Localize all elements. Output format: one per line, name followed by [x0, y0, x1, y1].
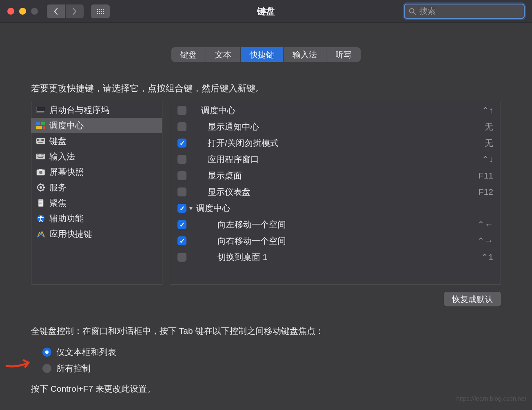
checkbox[interactable] [177, 106, 186, 115]
shortcut-row[interactable]: 向左移动一个空间⌃← [170, 216, 501, 233]
checkbox[interactable] [177, 155, 186, 164]
svg-rect-17 [40, 140, 40, 141]
svg-rect-35 [38, 157, 43, 158]
forward-button[interactable] [66, 4, 84, 18]
back-button[interactable] [47, 4, 65, 18]
shortcut-row[interactable]: 切换到桌面 1⌃1 [170, 249, 501, 265]
category-item[interactable]: 服务 [31, 180, 162, 195]
tab-2[interactable]: 快捷键 [241, 47, 284, 62]
svg-rect-23 [37, 154, 38, 155]
search-input[interactable] [419, 7, 523, 16]
shortcut-row[interactable]: 向右移动一个空间⌃→ [170, 233, 501, 249]
shortcut-key: 无 [485, 137, 493, 149]
checkbox[interactable] [177, 236, 186, 245]
checkbox[interactable] [177, 171, 186, 180]
svg-rect-51 [39, 202, 42, 203]
category-item[interactable]: 键盘 [31, 133, 162, 149]
shortcut-row[interactable]: 调度中心⌃↑ [170, 102, 501, 119]
show-all-button[interactable] [91, 4, 110, 18]
radio-option[interactable]: 仅文本框和列表 [42, 344, 532, 360]
shortcut-key: ⌃↓ [482, 154, 494, 164]
shortcut-row[interactable]: 应用程序窗口⌃↓ [170, 151, 501, 168]
shortcut-label: 调度中心 [196, 203, 493, 214]
shortcut-key: ⌃← [477, 220, 493, 229]
category-label: 键盘 [49, 135, 66, 147]
category-item[interactable]: 启动台与程序坞 [31, 102, 162, 118]
category-item[interactable]: 屏幕快照 [31, 164, 162, 180]
radio-button[interactable] [42, 348, 51, 357]
shortcut-label: 显示仪表盘 [208, 186, 479, 198]
tab-1[interactable]: 文本 [206, 47, 241, 62]
shortcut-label: 应用程序窗口 [208, 154, 482, 165]
keyboard-icon [36, 137, 45, 145]
svg-rect-16 [38, 140, 39, 141]
svg-rect-5 [41, 122, 45, 125]
svg-rect-11 [40, 139, 40, 140]
full-keyboard-text: 全键盘控制：在窗口和对话框中，按下 Tab 键在以下控制之间移动键盘焦点： [31, 325, 532, 337]
radio-button[interactable] [42, 364, 51, 373]
svg-rect-31 [40, 156, 40, 157]
svg-point-40 [40, 186, 42, 189]
nav-buttons [47, 4, 84, 18]
radio-group: 仅文本框和列表所有控制 [0, 344, 532, 377]
tab-row: 键盘文本快捷键输入法听写 [0, 47, 532, 62]
svg-rect-34 [43, 156, 44, 157]
spotlight-icon [36, 199, 45, 207]
svg-rect-52 [39, 203, 42, 204]
tab-3[interactable]: 输入法 [284, 47, 326, 62]
checkbox[interactable] [177, 220, 186, 229]
shortcut-row[interactable]: 显示通知中心无 [170, 119, 501, 135]
svg-rect-19 [42, 140, 43, 141]
shortcut-key: F12 [479, 187, 493, 197]
category-item[interactable]: 应用快捷键 [31, 226, 162, 242]
svg-rect-7 [43, 126, 45, 129]
shortcut-row[interactable]: 打开/关闭勿扰模式无 [170, 135, 501, 151]
checkbox[interactable] [177, 187, 186, 196]
close-button[interactable] [7, 8, 14, 15]
shortcut-key: 无 [485, 121, 493, 132]
launchpad-icon [36, 106, 45, 114]
svg-rect-29 [37, 156, 38, 157]
restore-row: 恢复成默认 [0, 284, 532, 306]
radio-label: 所有控制 [56, 363, 91, 374]
restore-defaults-button[interactable]: 恢复成默认 [444, 292, 501, 306]
category-item[interactable]: 调度中心 [31, 118, 162, 133]
shortcut-panel: 调度中心⌃↑显示通知中心无打开/关闭勿扰模式无应用程序窗口⌃↓显示桌面F11显示… [170, 102, 501, 284]
radio-label: 仅文本框和列表 [56, 346, 116, 358]
svg-line-1 [414, 12, 416, 14]
svg-rect-3 [37, 111, 44, 112]
checkbox[interactable] [177, 204, 186, 213]
svg-rect-24 [38, 154, 39, 155]
category-label: 调度中心 [49, 120, 84, 131]
search-field[interactable] [404, 4, 525, 19]
category-label: 辅助功能 [49, 213, 84, 224]
instruction-text: 若要更改快捷键，请选择它，点按组合键，然后键入新键。 [31, 82, 532, 95]
category-item[interactable]: 聚焦 [31, 195, 162, 211]
category-label: 输入法 [49, 151, 75, 162]
svg-rect-6 [36, 126, 42, 129]
grid-icon [96, 9, 104, 14]
shortcut-label: 切换到桌面 1 [217, 251, 481, 263]
shortcut-label: 向右移动一个空间 [217, 235, 477, 247]
checkbox[interactable] [177, 122, 186, 131]
checkbox[interactable] [177, 253, 186, 262]
checkbox[interactable] [177, 139, 186, 148]
shortcut-row[interactable]: 显示桌面F11 [170, 168, 501, 184]
hint-text: 按下 Control+F7 来更改此设置。 [31, 383, 532, 395]
tab-0[interactable]: 键盘 [171, 47, 206, 62]
minimize-button[interactable] [19, 8, 26, 15]
svg-rect-30 [38, 156, 39, 157]
category-item[interactable]: 输入法 [31, 149, 162, 164]
svg-rect-50 [39, 201, 42, 201]
shortcut-row[interactable]: ▼调度中心 [170, 200, 501, 216]
svg-point-0 [410, 8, 414, 13]
zoom-button[interactable] [31, 8, 38, 15]
disclosure-triangle-icon[interactable]: ▼ [188, 205, 194, 212]
svg-rect-33 [42, 156, 43, 157]
category-item[interactable]: 辅助功能 [31, 211, 162, 226]
shortcut-row[interactable]: 显示仪表盘F12 [170, 184, 501, 200]
radio-option[interactable]: 所有控制 [42, 360, 532, 377]
svg-point-37 [39, 171, 42, 174]
tab-4[interactable]: 听写 [326, 47, 361, 62]
svg-rect-38 [39, 169, 42, 170]
